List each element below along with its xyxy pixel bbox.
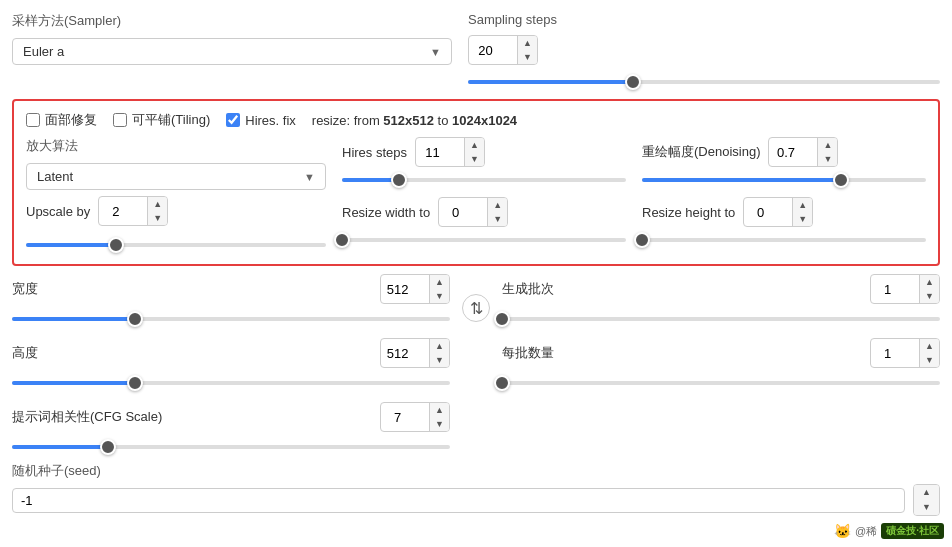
- upscale-method-arrow-icon: ▼: [304, 171, 315, 183]
- height-thumb[interactable]: [127, 375, 143, 391]
- seed-spinner[interactable]: ▲ ▼: [913, 484, 940, 516]
- upscale-by-value[interactable]: [99, 201, 147, 222]
- batch-count-down[interactable]: ▼: [920, 289, 939, 303]
- resize-width-label: Resize width to: [342, 205, 430, 220]
- batch-size-input[interactable]: ▲ ▼: [870, 338, 940, 368]
- upscale-by-input[interactable]: ▲ ▼: [98, 196, 168, 226]
- sampler-select[interactable]: Euler a ▼: [12, 38, 452, 65]
- seed-section: 随机种子(seed) ▲ ▼: [12, 462, 940, 516]
- sampling-steps-down[interactable]: ▼: [518, 50, 537, 64]
- hires-col-2: Hires steps ▲ ▼ Resize width to: [342, 137, 626, 254]
- hires-fix-label: Hires. fix: [245, 113, 296, 128]
- sampling-steps-thumb[interactable]: [625, 74, 641, 90]
- cfg-fill: [12, 445, 108, 449]
- resize-width-input[interactable]: ▲ ▼: [438, 197, 508, 227]
- sampler-value: Euler a: [23, 44, 64, 59]
- denoising-fill: [642, 178, 841, 182]
- upscale-by-down[interactable]: ▼: [148, 211, 167, 225]
- sampling-steps-track: [468, 80, 940, 84]
- batch-size-label: 每批数量: [502, 344, 554, 362]
- denoising-thumb[interactable]: [833, 172, 849, 188]
- denoising-value[interactable]: [769, 142, 817, 163]
- hires-resize-info: resize: from 512x512 to 1024x1024: [312, 113, 517, 128]
- hires-fix-input[interactable]: [226, 113, 240, 127]
- width-thumb[interactable]: [127, 311, 143, 327]
- upscale-by-label: Upscale by: [26, 204, 90, 219]
- resize-height-track: [642, 238, 926, 242]
- batch-count-up[interactable]: ▲: [920, 275, 939, 289]
- height-up[interactable]: ▲: [430, 339, 449, 353]
- resize-height-down[interactable]: ▼: [793, 212, 812, 226]
- batch-size-value[interactable]: [871, 343, 919, 364]
- batch-count-thumb[interactable]: [494, 311, 510, 327]
- height-input[interactable]: ▲ ▼: [380, 338, 450, 368]
- resize-height-value[interactable]: [744, 202, 792, 223]
- cfg-value[interactable]: [381, 407, 429, 428]
- cfg-input[interactable]: ▲ ▼: [380, 402, 450, 432]
- sampling-steps-value[interactable]: [469, 40, 517, 61]
- face-restore-checkbox[interactable]: 面部修复: [26, 111, 97, 129]
- width-up[interactable]: ▲: [430, 275, 449, 289]
- upscale-method-value: Latent: [37, 169, 73, 184]
- hires-col-3: 重绘幅度(Denoising) ▲ ▼ Resize height to: [642, 137, 926, 254]
- height-fill: [12, 381, 135, 385]
- height-down[interactable]: ▼: [430, 353, 449, 367]
- sampler-arrow-icon: ▼: [430, 46, 441, 58]
- width-label: 宽度: [12, 280, 38, 298]
- denoising-input[interactable]: ▲ ▼: [768, 137, 838, 167]
- upscale-by-up[interactable]: ▲: [148, 197, 167, 211]
- batch-count-track: [502, 317, 940, 321]
- upscale-by-fill: [26, 243, 116, 247]
- batch-count-label: 生成批次: [502, 280, 554, 298]
- resize-width-down[interactable]: ▼: [488, 212, 507, 226]
- denoising-down[interactable]: ▼: [818, 152, 837, 166]
- face-restore-input[interactable]: [26, 113, 40, 127]
- resize-height-thumb[interactable]: [634, 232, 650, 248]
- cfg-up[interactable]: ▲: [430, 403, 449, 417]
- hires-col-1: 放大算法 Latent ▼ Upscale by ▲ ▼: [26, 137, 326, 254]
- height-value[interactable]: [381, 343, 429, 364]
- upscale-by-track: [26, 243, 326, 247]
- cfg-track: [12, 445, 450, 449]
- denoising-track: [642, 178, 926, 182]
- cfg-down[interactable]: ▼: [430, 417, 449, 431]
- width-value[interactable]: [381, 279, 429, 300]
- hires-steps-down[interactable]: ▼: [465, 152, 484, 166]
- hires-steps-value[interactable]: [416, 142, 464, 163]
- width-down[interactable]: ▼: [430, 289, 449, 303]
- resize-width-value[interactable]: [439, 202, 487, 223]
- sampling-steps-up[interactable]: ▲: [518, 36, 537, 50]
- hires-steps-up[interactable]: ▲: [465, 138, 484, 152]
- face-restore-label: 面部修复: [45, 111, 97, 129]
- resize-height-input[interactable]: ▲ ▼: [743, 197, 813, 227]
- width-fill: [12, 317, 135, 321]
- seed-up[interactable]: ▲: [914, 485, 939, 500]
- hires-steps-thumb[interactable]: [391, 172, 407, 188]
- resize-height-up[interactable]: ▲: [793, 198, 812, 212]
- swap-button[interactable]: ⇅: [462, 294, 490, 322]
- hires-fix-checkbox[interactable]: Hires. fix: [226, 113, 296, 128]
- right-controls: 生成批次 ▲ ▼ 每批数量 ▲ ▼: [502, 274, 940, 392]
- upscale-method-select[interactable]: Latent ▼: [26, 163, 326, 190]
- tiling-checkbox[interactable]: 可平铺(Tiling): [113, 111, 210, 129]
- seed-input[interactable]: [12, 488, 905, 513]
- tiling-input[interactable]: [113, 113, 127, 127]
- watermark-avatar: 🐱: [834, 523, 851, 539]
- sampling-steps-input[interactable]: ▲ ▼: [468, 35, 538, 65]
- batch-size-down[interactable]: ▼: [920, 353, 939, 367]
- upscale-by-thumb[interactable]: [108, 237, 124, 253]
- denoising-label: 重绘幅度(Denoising): [642, 143, 760, 161]
- denoising-up[interactable]: ▲: [818, 138, 837, 152]
- batch-count-value[interactable]: [871, 279, 919, 300]
- width-input[interactable]: ▲ ▼: [380, 274, 450, 304]
- resize-width-up[interactable]: ▲: [488, 198, 507, 212]
- batch-size-up[interactable]: ▲: [920, 339, 939, 353]
- batch-size-thumb[interactable]: [494, 375, 510, 391]
- hires-steps-input[interactable]: ▲ ▼: [415, 137, 485, 167]
- seed-down[interactable]: ▼: [914, 500, 939, 515]
- cfg-thumb[interactable]: [100, 439, 116, 455]
- width-track: [12, 317, 450, 321]
- resize-width-thumb[interactable]: [334, 232, 350, 248]
- height-track: [12, 381, 450, 385]
- batch-count-input[interactable]: ▲ ▼: [870, 274, 940, 304]
